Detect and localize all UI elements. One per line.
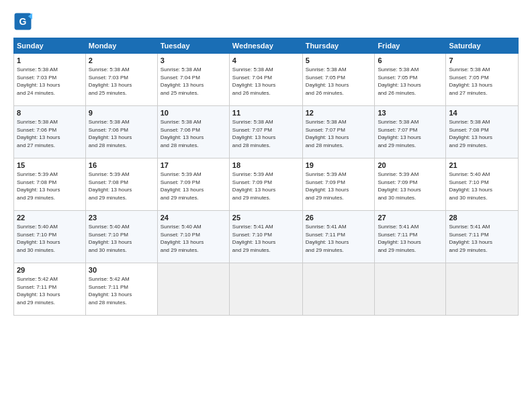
logo-icon: G (13, 12, 32, 31)
calendar-cell: 5Sunrise: 5:38 AM Sunset: 7:05 PM Daylig… (302, 54, 375, 106)
day-info: Sunrise: 5:38 AM Sunset: 7:05 PM Dayligh… (449, 66, 515, 97)
calendar-cell (229, 263, 302, 316)
day-number: 7 (449, 56, 515, 64)
calendar-cell: 6Sunrise: 5:38 AM Sunset: 7:05 PM Daylig… (375, 54, 446, 106)
calendar-cell: 7Sunrise: 5:38 AM Sunset: 7:05 PM Daylig… (446, 54, 519, 106)
day-number: 22 (17, 214, 83, 222)
calendar-cell (446, 263, 519, 316)
day-info: Sunrise: 5:38 AM Sunset: 7:07 PM Dayligh… (232, 118, 300, 149)
day-info: Sunrise: 5:38 AM Sunset: 7:05 PM Dayligh… (378, 66, 443, 97)
col-saturday: Saturday (446, 38, 519, 54)
calendar-cell: 30Sunrise: 5:42 AM Sunset: 7:11 PM Dayli… (85, 263, 157, 316)
col-thursday: Thursday (302, 38, 375, 54)
day-info: Sunrise: 5:41 AM Sunset: 7:11 PM Dayligh… (378, 223, 443, 254)
day-number: 27 (378, 214, 443, 222)
day-info: Sunrise: 5:38 AM Sunset: 7:06 PM Dayligh… (17, 118, 83, 149)
calendar-cell: 16Sunrise: 5:39 AM Sunset: 7:08 PM Dayli… (85, 158, 157, 211)
day-number: 1 (17, 56, 83, 64)
day-info: Sunrise: 5:39 AM Sunset: 7:09 PM Dayligh… (232, 171, 300, 201)
day-info: Sunrise: 5:38 AM Sunset: 7:07 PM Dayligh… (378, 118, 443, 149)
col-wednesday: Wednesday (229, 38, 302, 54)
day-info: Sunrise: 5:42 AM Sunset: 7:11 PM Dayligh… (89, 275, 154, 306)
page-header: G (13, 12, 519, 31)
calendar-cell: 8Sunrise: 5:38 AM Sunset: 7:06 PM Daylig… (14, 106, 86, 158)
weekday-header-row: Sunday Monday Tuesday Wednesday Thursday… (14, 38, 519, 54)
day-number: 24 (161, 214, 226, 222)
calendar-cell: 25Sunrise: 5:41 AM Sunset: 7:10 PM Dayli… (229, 211, 302, 263)
calendar-cell: 26Sunrise: 5:41 AM Sunset: 7:11 PM Dayli… (302, 211, 375, 263)
day-number: 17 (161, 161, 226, 169)
day-number: 21 (449, 161, 515, 169)
day-info: Sunrise: 5:41 AM Sunset: 7:11 PM Dayligh… (306, 223, 372, 254)
day-number: 2 (89, 56, 154, 64)
calendar-cell: 13Sunrise: 5:38 AM Sunset: 7:07 PM Dayli… (375, 106, 446, 158)
calendar-cell: 14Sunrise: 5:38 AM Sunset: 7:08 PM Dayli… (446, 106, 519, 158)
day-number: 13 (378, 109, 443, 117)
calendar-cell: 23Sunrise: 5:40 AM Sunset: 7:10 PM Dayli… (85, 211, 157, 263)
day-info: Sunrise: 5:38 AM Sunset: 7:05 PM Dayligh… (306, 66, 372, 97)
calendar-week-row: 8Sunrise: 5:38 AM Sunset: 7:06 PM Daylig… (14, 106, 519, 158)
day-number: 6 (378, 56, 443, 64)
day-number: 5 (306, 56, 372, 64)
calendar-cell: 19Sunrise: 5:39 AM Sunset: 7:09 PM Dayli… (302, 158, 375, 211)
day-number: 11 (232, 109, 300, 117)
day-number: 3 (161, 56, 226, 64)
col-sunday: Sunday (14, 38, 86, 54)
calendar-cell (302, 263, 375, 316)
day-info: Sunrise: 5:42 AM Sunset: 7:11 PM Dayligh… (17, 275, 83, 306)
calendar-cell: 9Sunrise: 5:38 AM Sunset: 7:06 PM Daylig… (85, 106, 157, 158)
col-friday: Friday (375, 38, 446, 54)
calendar-week-row: 1Sunrise: 5:38 AM Sunset: 7:03 PM Daylig… (14, 54, 519, 106)
day-number: 4 (232, 56, 300, 64)
calendar-cell: 24Sunrise: 5:40 AM Sunset: 7:10 PM Dayli… (157, 211, 229, 263)
day-number: 14 (449, 109, 515, 117)
day-info: Sunrise: 5:40 AM Sunset: 7:10 PM Dayligh… (17, 223, 83, 254)
day-info: Sunrise: 5:41 AM Sunset: 7:10 PM Dayligh… (232, 223, 300, 254)
day-info: Sunrise: 5:38 AM Sunset: 7:04 PM Dayligh… (161, 66, 226, 97)
day-info: Sunrise: 5:38 AM Sunset: 7:08 PM Dayligh… (449, 118, 515, 149)
calendar-week-row: 29Sunrise: 5:42 AM Sunset: 7:11 PM Dayli… (14, 263, 519, 316)
day-info: Sunrise: 5:38 AM Sunset: 7:06 PM Dayligh… (89, 118, 154, 149)
col-monday: Monday (85, 38, 157, 54)
calendar-cell: 15Sunrise: 5:39 AM Sunset: 7:08 PM Dayli… (14, 158, 86, 211)
calendar-week-row: 22Sunrise: 5:40 AM Sunset: 7:10 PM Dayli… (14, 211, 519, 263)
day-number: 29 (17, 266, 83, 274)
calendar-cell: 29Sunrise: 5:42 AM Sunset: 7:11 PM Dayli… (14, 263, 86, 316)
calendar-cell: 2Sunrise: 5:38 AM Sunset: 7:03 PM Daylig… (85, 54, 157, 106)
day-number: 30 (89, 266, 154, 274)
day-number: 15 (17, 161, 83, 169)
logo: G (13, 12, 34, 31)
day-number: 16 (89, 161, 154, 169)
calendar-cell: 22Sunrise: 5:40 AM Sunset: 7:10 PM Dayli… (14, 211, 86, 263)
day-info: Sunrise: 5:39 AM Sunset: 7:09 PM Dayligh… (306, 171, 372, 201)
day-number: 23 (89, 214, 154, 222)
day-info: Sunrise: 5:38 AM Sunset: 7:03 PM Dayligh… (17, 66, 83, 97)
day-number: 28 (449, 214, 515, 222)
day-info: Sunrise: 5:39 AM Sunset: 7:09 PM Dayligh… (161, 171, 226, 201)
col-tuesday: Tuesday (157, 38, 229, 54)
calendar-cell (375, 263, 446, 316)
day-number: 19 (306, 161, 372, 169)
calendar-cell (157, 263, 229, 316)
calendar: Sunday Monday Tuesday Wednesday Thursday… (13, 38, 519, 316)
day-info: Sunrise: 5:38 AM Sunset: 7:07 PM Dayligh… (306, 118, 372, 149)
calendar-week-row: 15Sunrise: 5:39 AM Sunset: 7:08 PM Dayli… (14, 158, 519, 211)
calendar-cell: 11Sunrise: 5:38 AM Sunset: 7:07 PM Dayli… (229, 106, 302, 158)
day-info: Sunrise: 5:39 AM Sunset: 7:08 PM Dayligh… (89, 171, 154, 201)
calendar-cell: 4Sunrise: 5:38 AM Sunset: 7:04 PM Daylig… (229, 54, 302, 106)
calendar-cell: 18Sunrise: 5:39 AM Sunset: 7:09 PM Dayli… (229, 158, 302, 211)
day-number: 9 (89, 109, 154, 117)
day-number: 18 (232, 161, 300, 169)
day-info: Sunrise: 5:38 AM Sunset: 7:03 PM Dayligh… (89, 66, 154, 97)
calendar-cell: 12Sunrise: 5:38 AM Sunset: 7:07 PM Dayli… (302, 106, 375, 158)
calendar-cell: 10Sunrise: 5:38 AM Sunset: 7:06 PM Dayli… (157, 106, 229, 158)
day-info: Sunrise: 5:38 AM Sunset: 7:06 PM Dayligh… (161, 118, 226, 149)
day-info: Sunrise: 5:38 AM Sunset: 7:04 PM Dayligh… (232, 66, 300, 97)
day-info: Sunrise: 5:39 AM Sunset: 7:08 PM Dayligh… (17, 171, 83, 201)
calendar-cell: 28Sunrise: 5:41 AM Sunset: 7:11 PM Dayli… (446, 211, 519, 263)
day-number: 20 (378, 161, 443, 169)
calendar-cell: 21Sunrise: 5:40 AM Sunset: 7:10 PM Dayli… (446, 158, 519, 211)
calendar-cell: 27Sunrise: 5:41 AM Sunset: 7:11 PM Dayli… (375, 211, 446, 263)
day-info: Sunrise: 5:41 AM Sunset: 7:11 PM Dayligh… (449, 223, 515, 254)
day-info: Sunrise: 5:40 AM Sunset: 7:10 PM Dayligh… (161, 223, 226, 254)
